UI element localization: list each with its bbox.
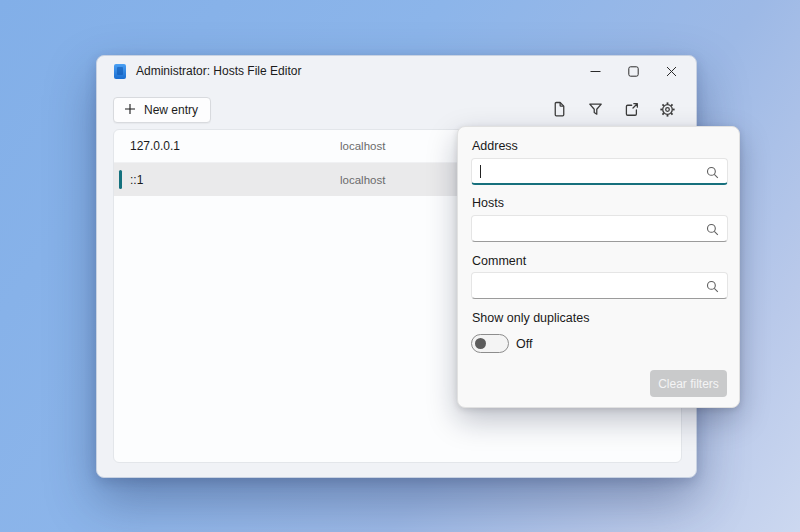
comment-field-wrap (471, 272, 728, 299)
minimize-button[interactable] (576, 57, 614, 85)
search-icon (706, 165, 719, 183)
filter-button[interactable] (582, 98, 609, 123)
window-title: Administrator: Hosts File Editor (136, 64, 301, 78)
toggle-state-label: Off (516, 337, 532, 351)
hosts-field-wrap (471, 215, 728, 242)
search-icon (706, 222, 719, 240)
search-icon (706, 279, 719, 297)
close-button[interactable] (652, 57, 690, 85)
filter-flyout: Address Hosts Comment (457, 126, 740, 408)
address-field-wrap (471, 158, 728, 185)
address-filter-input[interactable] (471, 158, 728, 185)
show-only-duplicates-label: Show only duplicates (472, 311, 589, 325)
entry-address: ::1 (130, 173, 143, 187)
window-controls (576, 57, 690, 85)
text-caret (480, 165, 481, 178)
comment-label: Comment (472, 254, 526, 268)
desktop-background: Administrator: Hosts File Editor (0, 0, 800, 532)
toolbar-icons (546, 98, 681, 123)
clear-filters-button[interactable]: Clear filters (650, 370, 727, 397)
maximize-icon (628, 66, 639, 77)
toggle-knob (475, 338, 486, 349)
close-icon (666, 66, 677, 77)
new-entry-button[interactable]: New entry (113, 97, 211, 123)
hosts-filter-input[interactable] (471, 215, 728, 242)
app-icon (114, 64, 126, 79)
plus-icon (124, 103, 136, 118)
entry-hosts: localhost (340, 174, 385, 186)
entry-hosts: localhost (340, 140, 385, 152)
entry-address: 127.0.0.1 (130, 139, 180, 153)
address-label: Address (472, 139, 518, 153)
new-file-icon (551, 101, 568, 121)
comment-filter-input[interactable] (471, 272, 728, 299)
filter-icon (587, 101, 604, 121)
selection-indicator (119, 170, 122, 189)
new-entry-label: New entry (144, 103, 198, 117)
open-external-button[interactable] (618, 98, 645, 123)
open-external-icon (623, 101, 640, 121)
duplicates-toggle[interactable] (471, 334, 509, 353)
settings-button[interactable] (654, 98, 681, 123)
new-file-button[interactable] (546, 98, 573, 123)
maximize-button[interactable] (614, 57, 652, 85)
hosts-label: Hosts (472, 196, 504, 210)
minimize-icon (590, 66, 601, 77)
settings-icon (659, 101, 676, 121)
